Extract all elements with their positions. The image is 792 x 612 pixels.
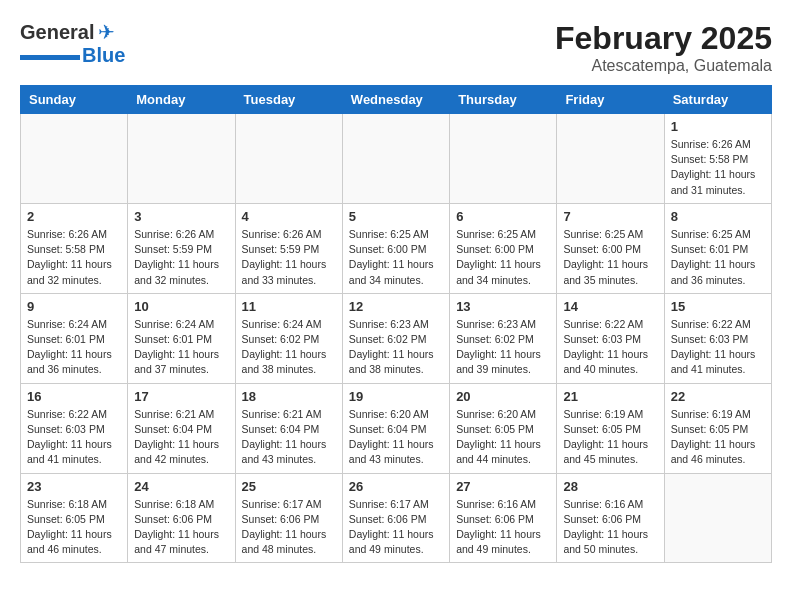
table-row — [450, 114, 557, 204]
logo-general-text: General — [20, 21, 94, 44]
day-info: Sunrise: 6:25 AM Sunset: 6:00 PM Dayligh… — [349, 227, 443, 288]
day-info: Sunrise: 6:19 AM Sunset: 6:05 PM Dayligh… — [671, 407, 765, 468]
header-tuesday: Tuesday — [235, 86, 342, 114]
header-monday: Monday — [128, 86, 235, 114]
day-info: Sunrise: 6:25 AM Sunset: 6:00 PM Dayligh… — [456, 227, 550, 288]
header-wednesday: Wednesday — [342, 86, 449, 114]
table-row: 8Sunrise: 6:25 AM Sunset: 6:01 PM Daylig… — [664, 203, 771, 293]
logo-line — [20, 55, 80, 60]
day-number: 28 — [563, 479, 657, 494]
day-info: Sunrise: 6:22 AM Sunset: 6:03 PM Dayligh… — [671, 317, 765, 378]
table-row: 10Sunrise: 6:24 AM Sunset: 6:01 PM Dayli… — [128, 293, 235, 383]
table-row: 11Sunrise: 6:24 AM Sunset: 6:02 PM Dayli… — [235, 293, 342, 383]
logo-blue-text: Blue — [82, 44, 125, 67]
day-number: 13 — [456, 299, 550, 314]
day-info: Sunrise: 6:25 AM Sunset: 6:01 PM Dayligh… — [671, 227, 765, 288]
calendar-header-row: Sunday Monday Tuesday Wednesday Thursday… — [21, 86, 772, 114]
table-row: 28Sunrise: 6:16 AM Sunset: 6:06 PM Dayli… — [557, 473, 664, 563]
title-block: February 2025 Atescatempa, Guatemala — [555, 20, 772, 75]
calendar-week-row: 1Sunrise: 6:26 AM Sunset: 5:58 PM Daylig… — [21, 114, 772, 204]
day-info: Sunrise: 6:26 AM Sunset: 5:59 PM Dayligh… — [242, 227, 336, 288]
day-info: Sunrise: 6:18 AM Sunset: 6:06 PM Dayligh… — [134, 497, 228, 558]
day-info: Sunrise: 6:22 AM Sunset: 6:03 PM Dayligh… — [27, 407, 121, 468]
table-row: 20Sunrise: 6:20 AM Sunset: 6:05 PM Dayli… — [450, 383, 557, 473]
table-row: 25Sunrise: 6:17 AM Sunset: 6:06 PM Dayli… — [235, 473, 342, 563]
day-info: Sunrise: 6:20 AM Sunset: 6:04 PM Dayligh… — [349, 407, 443, 468]
table-row — [128, 114, 235, 204]
day-info: Sunrise: 6:17 AM Sunset: 6:06 PM Dayligh… — [349, 497, 443, 558]
table-row: 24Sunrise: 6:18 AM Sunset: 6:06 PM Dayli… — [128, 473, 235, 563]
day-number: 22 — [671, 389, 765, 404]
table-row: 18Sunrise: 6:21 AM Sunset: 6:04 PM Dayli… — [235, 383, 342, 473]
day-info: Sunrise: 6:25 AM Sunset: 6:00 PM Dayligh… — [563, 227, 657, 288]
table-row: 3Sunrise: 6:26 AM Sunset: 5:59 PM Daylig… — [128, 203, 235, 293]
day-info: Sunrise: 6:26 AM Sunset: 5:58 PM Dayligh… — [671, 137, 765, 198]
day-number: 2 — [27, 209, 121, 224]
table-row — [21, 114, 128, 204]
calendar-week-row: 9Sunrise: 6:24 AM Sunset: 6:01 PM Daylig… — [21, 293, 772, 383]
day-number: 14 — [563, 299, 657, 314]
day-info: Sunrise: 6:24 AM Sunset: 6:02 PM Dayligh… — [242, 317, 336, 378]
table-row: 26Sunrise: 6:17 AM Sunset: 6:06 PM Dayli… — [342, 473, 449, 563]
page-header: General ✈ Blue February 2025 Atescatempa… — [20, 20, 772, 75]
calendar-week-row: 23Sunrise: 6:18 AM Sunset: 6:05 PM Dayli… — [21, 473, 772, 563]
table-row — [235, 114, 342, 204]
day-number: 3 — [134, 209, 228, 224]
header-friday: Friday — [557, 86, 664, 114]
table-row: 19Sunrise: 6:20 AM Sunset: 6:04 PM Dayli… — [342, 383, 449, 473]
day-info: Sunrise: 6:21 AM Sunset: 6:04 PM Dayligh… — [242, 407, 336, 468]
table-row: 7Sunrise: 6:25 AM Sunset: 6:00 PM Daylig… — [557, 203, 664, 293]
day-info: Sunrise: 6:20 AM Sunset: 6:05 PM Dayligh… — [456, 407, 550, 468]
day-number: 24 — [134, 479, 228, 494]
day-number: 20 — [456, 389, 550, 404]
table-row — [664, 473, 771, 563]
table-row: 1Sunrise: 6:26 AM Sunset: 5:58 PM Daylig… — [664, 114, 771, 204]
day-info: Sunrise: 6:16 AM Sunset: 6:06 PM Dayligh… — [563, 497, 657, 558]
table-row: 23Sunrise: 6:18 AM Sunset: 6:05 PM Dayli… — [21, 473, 128, 563]
day-number: 10 — [134, 299, 228, 314]
bird-icon: ✈ — [98, 20, 115, 44]
day-info: Sunrise: 6:16 AM Sunset: 6:06 PM Dayligh… — [456, 497, 550, 558]
table-row: 27Sunrise: 6:16 AM Sunset: 6:06 PM Dayli… — [450, 473, 557, 563]
table-row: 4Sunrise: 6:26 AM Sunset: 5:59 PM Daylig… — [235, 203, 342, 293]
day-number: 19 — [349, 389, 443, 404]
day-number: 1 — [671, 119, 765, 134]
header-saturday: Saturday — [664, 86, 771, 114]
day-info: Sunrise: 6:26 AM Sunset: 5:59 PM Dayligh… — [134, 227, 228, 288]
calendar-table: Sunday Monday Tuesday Wednesday Thursday… — [20, 85, 772, 563]
day-number: 8 — [671, 209, 765, 224]
day-number: 21 — [563, 389, 657, 404]
day-number: 17 — [134, 389, 228, 404]
day-info: Sunrise: 6:22 AM Sunset: 6:03 PM Dayligh… — [563, 317, 657, 378]
calendar-week-row: 2Sunrise: 6:26 AM Sunset: 5:58 PM Daylig… — [21, 203, 772, 293]
day-number: 7 — [563, 209, 657, 224]
day-info: Sunrise: 6:24 AM Sunset: 6:01 PM Dayligh… — [27, 317, 121, 378]
day-number: 18 — [242, 389, 336, 404]
day-number: 23 — [27, 479, 121, 494]
logo: General ✈ Blue — [20, 20, 125, 67]
day-number: 16 — [27, 389, 121, 404]
day-number: 12 — [349, 299, 443, 314]
day-info: Sunrise: 6:19 AM Sunset: 6:05 PM Dayligh… — [563, 407, 657, 468]
header-thursday: Thursday — [450, 86, 557, 114]
day-info: Sunrise: 6:18 AM Sunset: 6:05 PM Dayligh… — [27, 497, 121, 558]
day-number: 25 — [242, 479, 336, 494]
day-info: Sunrise: 6:21 AM Sunset: 6:04 PM Dayligh… — [134, 407, 228, 468]
table-row: 22Sunrise: 6:19 AM Sunset: 6:05 PM Dayli… — [664, 383, 771, 473]
table-row: 5Sunrise: 6:25 AM Sunset: 6:00 PM Daylig… — [342, 203, 449, 293]
table-row: 2Sunrise: 6:26 AM Sunset: 5:58 PM Daylig… — [21, 203, 128, 293]
day-number: 4 — [242, 209, 336, 224]
day-number: 26 — [349, 479, 443, 494]
month-year: February 2025 — [555, 20, 772, 57]
day-info: Sunrise: 6:23 AM Sunset: 6:02 PM Dayligh… — [456, 317, 550, 378]
location: Atescatempa, Guatemala — [555, 57, 772, 75]
day-number: 9 — [27, 299, 121, 314]
day-number: 6 — [456, 209, 550, 224]
day-number: 11 — [242, 299, 336, 314]
day-number: 27 — [456, 479, 550, 494]
day-info: Sunrise: 6:24 AM Sunset: 6:01 PM Dayligh… — [134, 317, 228, 378]
day-number: 5 — [349, 209, 443, 224]
day-info: Sunrise: 6:26 AM Sunset: 5:58 PM Dayligh… — [27, 227, 121, 288]
table-row: 17Sunrise: 6:21 AM Sunset: 6:04 PM Dayli… — [128, 383, 235, 473]
table-row: 16Sunrise: 6:22 AM Sunset: 6:03 PM Dayli… — [21, 383, 128, 473]
